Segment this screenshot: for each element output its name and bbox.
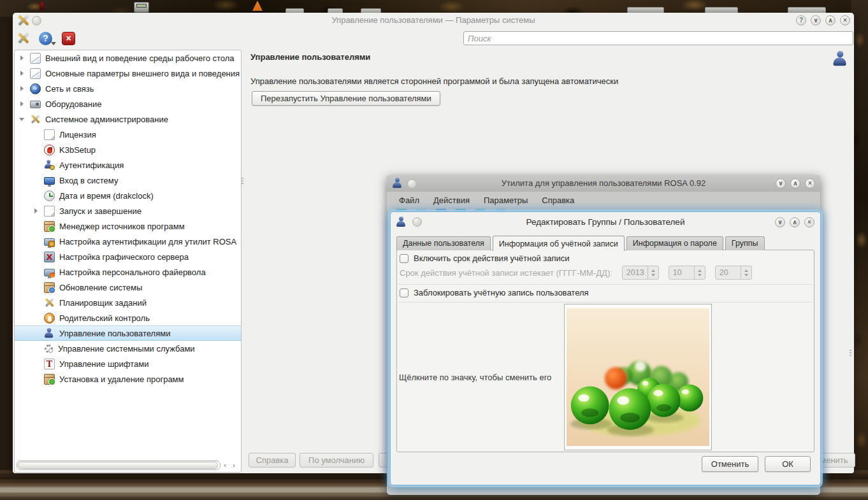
expander-spacer [33, 345, 40, 352]
dialog-tab[interactable]: Данные пользователя [396, 236, 491, 250]
close-button[interactable]: × [804, 217, 814, 227]
search-input[interactable] [463, 31, 853, 45]
menu-item[interactable]: Действия [428, 194, 475, 208]
expander-arrow-icon[interactable] [18, 85, 25, 92]
splitter-grip[interactable] [242, 177, 243, 185]
spinbox-arrows-icon[interactable] [741, 266, 751, 279]
sidebar-item[interactable]: Родительский контроль [15, 310, 241, 325]
sidebar-item[interactable]: XНастройка графического сервера [15, 249, 241, 264]
expiry-day-spinbox[interactable]: 20 [715, 266, 752, 280]
menu-item[interactable]: Справка [536, 194, 580, 208]
dialog-tab[interactable]: Группы [725, 236, 765, 250]
sidebar-item[interactable]: Дата и время (drakclock) [15, 188, 241, 203]
expiry-month-spinbox[interactable]: 10 [669, 266, 705, 280]
configure-toolbar-icon[interactable] [17, 32, 29, 45]
page-title: Управление пользователями [250, 52, 370, 62]
expander-spacer [33, 315, 40, 322]
lock-account-checkbox[interactable] [400, 289, 409, 297]
software-sources-icon [44, 221, 55, 232]
sidebar-item[interactable]: Настройка аутентификации для утилит ROSA [15, 234, 241, 249]
expander-spacer [33, 162, 40, 169]
ok-button[interactable]: ОК [765, 456, 811, 472]
quit-toolbar-icon[interactable]: × [62, 32, 75, 45]
system-services-icon [45, 345, 53, 353]
sidebar-item[interactable]: Аутентификация [15, 157, 241, 173]
sidebar-item[interactable]: Лицензия [15, 127, 241, 142]
minimize-button[interactable]: ∨ [811, 15, 821, 25]
titlebar-bubble-icon[interactable] [412, 217, 422, 227]
cancel-button[interactable]: Отменить [702, 456, 758, 472]
scroll-left-icon[interactable]: ‹ [221, 461, 229, 469]
menu-item[interactable]: Параметры [478, 194, 533, 208]
sidebar-item[interactable]: Вход в систему [15, 173, 241, 188]
expander-spacer [33, 269, 40, 276]
maximize-button[interactable]: ∧ [825, 15, 835, 25]
sidebar-item-label: Обновление системы [59, 283, 142, 292]
category-tree: Внешний вид и поведение среды рабочего с… [14, 50, 242, 473]
help-window-button[interactable]: ? [796, 15, 806, 25]
expiry-year-spinbox[interactable]: 2013 [622, 266, 659, 280]
sidebar-item[interactable]: Основные параметры внешнего вида и повед… [15, 66, 241, 81]
network-icon [30, 83, 41, 94]
expander-arrow-icon[interactable] [18, 116, 25, 123]
minimize-button[interactable]: ∨ [776, 178, 786, 189]
dialog-tab[interactable]: Информация о пароле [626, 236, 723, 250]
sidebar-item[interactable]: Запуск и завершение [15, 203, 241, 218]
sidebar-item[interactable]: Планировщик заданий [15, 295, 241, 310]
spinbox-arrows-icon[interactable] [647, 266, 658, 279]
expander-arrow-icon[interactable] [18, 55, 25, 62]
sidebar-item[interactable]: K3bSetup [15, 142, 241, 157]
user-avatar-button[interactable] [564, 304, 712, 450]
close-button[interactable]: × [840, 15, 850, 25]
scrollbar-thumb[interactable] [18, 462, 218, 469]
desktop-appearance-icon [30, 53, 41, 64]
sidebar-item[interactable]: Установка и удаление программ [15, 371, 241, 387]
restart-module-button[interactable]: Перезапустить Управление пользователями [252, 91, 440, 106]
sidebar-item[interactable]: Обновление системы [15, 280, 241, 295]
rosa-titlebar[interactable]: Утилита для управления пользователями RO… [387, 175, 820, 192]
desktop-vlc-cone-icon[interactable] [252, 1, 263, 11]
defaults-button[interactable]: По умолчанию [300, 453, 373, 468]
sidebar-item[interactable]: Внешний вид и поведение среды рабочего с… [15, 50, 241, 66]
help-toolbar-icon[interactable]: ? [39, 32, 52, 45]
expander-spacer [33, 223, 40, 230]
common-appearance-icon [30, 68, 41, 79]
sidebar-item-label: Дата и время (drakclock) [59, 191, 154, 201]
sidebar-item[interactable]: TУправление шрифтами [15, 356, 241, 371]
scrollbar-groove[interactable] [17, 461, 221, 470]
expander-arrow-icon[interactable] [18, 70, 25, 77]
sidebar-item[interactable]: Оборудование [15, 96, 241, 111]
sidebar-item-label: Оборудование [45, 99, 101, 109]
expander-spacer [33, 177, 40, 184]
titlebar-bubble-icon[interactable] [32, 16, 41, 25]
desktop-calculator-icon[interactable] [134, 2, 149, 13]
help-button[interactable]: Справка [249, 453, 296, 468]
minimize-button[interactable]: ∨ [775, 217, 785, 227]
sidebar-item[interactable]: Системное администрирование [15, 111, 241, 127]
expander-spacer [33, 192, 40, 199]
spinbox-arrows-icon[interactable] [694, 266, 705, 279]
menu-item[interactable]: Файл [393, 194, 425, 208]
sidebar-item[interactable]: Управление системными службами [15, 341, 241, 356]
scroll-right-icon[interactable]: › [229, 461, 238, 469]
expander-spacer [33, 146, 40, 154]
maximize-button[interactable]: ∧ [790, 178, 800, 189]
close-button[interactable]: × [805, 178, 815, 189]
sidebar-item-label: Внешний вид и поведение среды рабочего с… [45, 54, 235, 63]
dialog-tab[interactable]: Информация об учётной записи [493, 236, 625, 251]
change-icon-hint: Щёлкните по значку, чтобы сменить его [399, 373, 551, 382]
sidebar-item[interactable]: Менеджер источников программ [15, 218, 241, 234]
titlebar-bubble-icon[interactable] [407, 179, 417, 189]
titlebar[interactable]: Управление пользователями — Параметры си… [13, 13, 854, 28]
expander-arrow-icon[interactable] [33, 208, 40, 215]
sidebar-item[interactable]: Настройка персонального файервола [15, 264, 241, 280]
user-avatar-image-marbles[interactable] [567, 306, 709, 448]
splitter-grip[interactable] [850, 349, 851, 357]
expander-arrow-icon[interactable] [18, 101, 25, 108]
maximize-button[interactable]: ∧ [790, 217, 800, 227]
sidebar-item[interactable]: Управление пользователями [15, 325, 241, 341]
sidebar-item[interactable]: Сеть и связь [15, 81, 241, 96]
sidebar-hscrollbar[interactable]: ‹ › [14, 459, 242, 471]
enable-expiry-checkbox[interactable] [400, 254, 409, 263]
desktop-wine-icon[interactable] [40, 1, 45, 10]
